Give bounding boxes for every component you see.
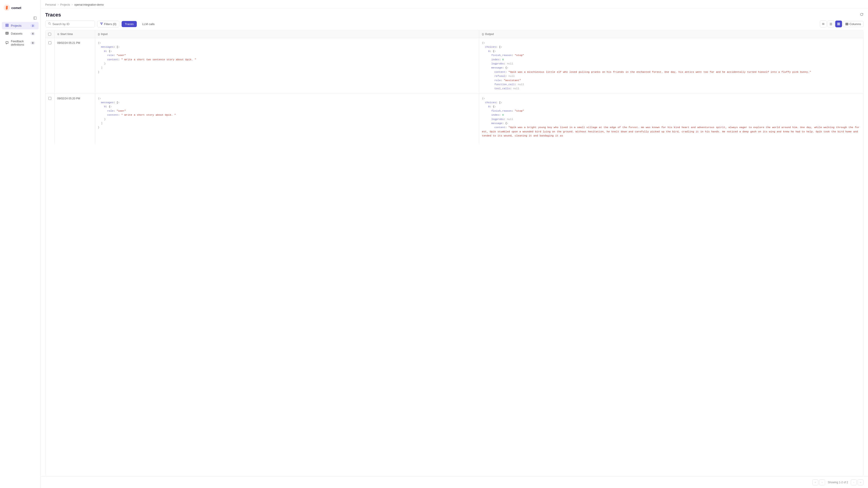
- row-1-time: 09/02/24 05:21 PM: [57, 41, 80, 44]
- row-2-checkbox[interactable]: [49, 97, 51, 100]
- row-2-output-code: {∨ choices: [∨ 0: {∨ finish_reason: "sto…: [482, 96, 861, 142]
- sidebar-toggle[interactable]: [0, 14, 40, 22]
- svg-rect-25: [846, 23, 847, 25]
- svg-rect-1: [34, 17, 36, 20]
- filter-icon: [100, 22, 103, 26]
- columns-button[interactable]: Columns: [843, 21, 864, 27]
- svg-rect-6: [7, 26, 8, 27]
- td-time-1: 09/02/24 05:21 PM: [55, 38, 95, 94]
- traces-table: ⊙ Start time {} Input {} Output 09/02/24…: [45, 30, 864, 477]
- th-start-time-label: Start time: [60, 33, 73, 36]
- filter-button[interactable]: Filters (0): [97, 21, 119, 27]
- td-output-2: {∨ choices: [∨ 0: {∨ finish_reason: "sto…: [479, 94, 863, 144]
- page-header: Traces: [41, 8, 868, 21]
- svg-line-12: [50, 24, 51, 25]
- view-list-button[interactable]: [828, 21, 834, 27]
- refresh-button[interactable]: [860, 13, 864, 17]
- svg-rect-22: [837, 24, 838, 25]
- feedback-badge: 0: [31, 41, 35, 44]
- row-1-checkbox[interactable]: [49, 41, 51, 44]
- th-input-label: Input: [101, 33, 107, 36]
- clock-icon: ⊙: [57, 33, 59, 36]
- sidebar-item-datasets[interactable]: Datasets 4: [2, 30, 39, 37]
- feedback-label: Feedback definitions: [11, 39, 28, 46]
- td-checkbox-1[interactable]: [45, 38, 55, 94]
- search-icon: [48, 22, 51, 26]
- breadcrumb: Personal > Projects > openai-integration…: [41, 0, 868, 8]
- output-icon: {}: [482, 33, 484, 35]
- breadcrumb-sep-1: >: [57, 3, 59, 6]
- row-2-input-code: {∨ messages: [∨ 0: {∨ role: "user" conte…: [98, 96, 476, 142]
- td-input-2: {∨ messages: [∨ 0: {∨ role: "user" conte…: [95, 94, 479, 144]
- svg-rect-26: [847, 23, 848, 25]
- select-all-checkbox[interactable]: [48, 33, 51, 36]
- page-last-button[interactable]: »: [858, 480, 864, 485]
- breadcrumb-personal[interactable]: Personal: [45, 3, 56, 6]
- app-name: comet: [11, 6, 21, 10]
- th-input: {} Input: [95, 30, 479, 38]
- page-prev-button[interactable]: ‹: [819, 480, 825, 485]
- toolbar: Filters (0) Traces LLM calls: [41, 21, 868, 30]
- th-output: {} Output: [479, 30, 863, 38]
- comet-logo-icon: [4, 4, 10, 11]
- projects-label: Projects: [11, 24, 28, 27]
- table-row[interactable]: 09/02/24 05:20 PM {∨ messages: [∨ 0: {∨ …: [45, 94, 863, 144]
- table-row[interactable]: 09/02/24 05:21 PM {∨ messages: [∨ 0: {∨ …: [45, 38, 863, 94]
- page-info: Showing 1-2 of 2: [828, 481, 848, 484]
- sidebar: comet Projects 3 Datase: [0, 0, 41, 488]
- main-content: Personal > Projects > openai-integration…: [41, 0, 868, 488]
- search-input[interactable]: [53, 22, 89, 26]
- sidebar-item-projects[interactable]: Projects 3: [2, 22, 39, 29]
- toolbar-right: Columns: [820, 21, 864, 27]
- page-title: Traces: [45, 12, 61, 18]
- page-first-button[interactable]: «: [812, 480, 818, 485]
- feedback-icon: [5, 41, 8, 45]
- td-checkbox-2[interactable]: [45, 94, 55, 144]
- breadcrumb-projects[interactable]: Projects: [60, 3, 70, 6]
- breadcrumb-sep-2: >: [71, 3, 73, 6]
- sidebar-item-feedback[interactable]: Feedback definitions 0: [2, 38, 39, 48]
- svg-rect-23: [839, 24, 840, 25]
- td-output-1: {∨ choices: [∨ 0: {∨ finish_reason: "sto…: [479, 38, 863, 94]
- svg-rect-4: [7, 24, 8, 25]
- page-next-button[interactable]: ›: [851, 480, 857, 485]
- tab-traces[interactable]: Traces: [122, 21, 137, 27]
- svg-point-11: [49, 23, 51, 24]
- pagination: « ‹ Showing 1-2 of 2 › »: [41, 477, 868, 488]
- input-icon: {}: [98, 33, 100, 35]
- datasets-icon: [5, 32, 8, 35]
- tab-llm-calls[interactable]: LLM calls: [139, 21, 158, 27]
- td-time-2: 09/02/24 05:20 PM: [55, 94, 95, 144]
- view-compact-button[interactable]: [820, 21, 827, 27]
- svg-rect-3: [6, 24, 7, 25]
- svg-rect-5: [6, 26, 7, 27]
- th-checkbox: [45, 30, 55, 38]
- app-logo: comet: [0, 3, 40, 14]
- th-start-time: ⊙ Start time: [55, 30, 95, 38]
- datasets-label: Datasets: [11, 32, 28, 35]
- filter-label: Filters (0): [104, 22, 116, 26]
- row-1-input-code: {∨ messages: [∨ 0: {∨ role: "user" conte…: [98, 41, 476, 86]
- search-box[interactable]: [45, 21, 95, 27]
- projects-badge: 3: [31, 24, 35, 27]
- table-header: ⊙ Start time {} Input {} Output: [45, 30, 863, 38]
- row-1-output-code: {∨ choices: [∨ 0: {∨ finish_reason: "sto…: [482, 41, 861, 91]
- breadcrumb-current: openai-integration-demo: [74, 3, 104, 6]
- row-2-time: 09/02/24 05:20 PM: [57, 97, 80, 100]
- datasets-badge: 4: [31, 32, 35, 35]
- th-output-label: Output: [485, 33, 494, 36]
- svg-rect-20: [837, 23, 838, 24]
- svg-rect-21: [839, 23, 840, 24]
- svg-rect-24: [846, 23, 846, 25]
- td-input-1: {∨ messages: [∨ 0: {∨ role: "user" conte…: [95, 38, 479, 94]
- projects-icon: [5, 24, 8, 28]
- columns-label: Columns: [849, 22, 861, 26]
- view-detail-button[interactable]: [835, 21, 842, 27]
